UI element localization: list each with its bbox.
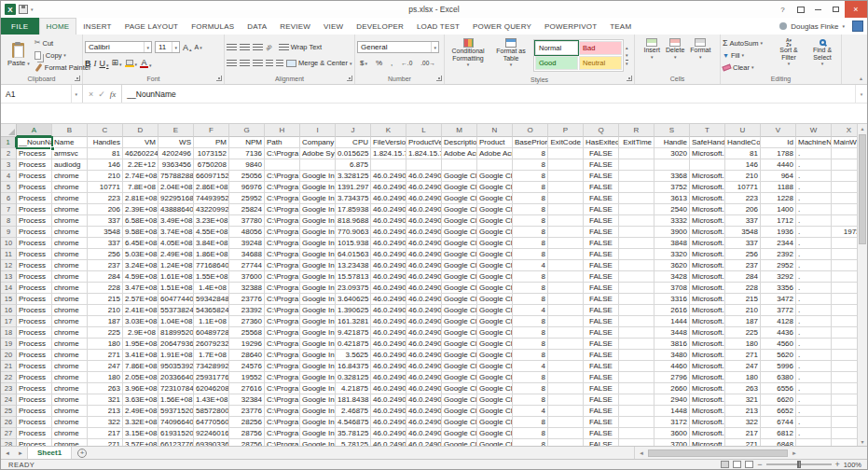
- cell-D10[interactable]: 6.45E+08: [123, 238, 158, 249]
- cell-B6[interactable]: chrome: [52, 193, 88, 204]
- cell-A17[interactable]: Process: [17, 316, 52, 327]
- cell-D15[interactable]: 2.57E+08: [123, 294, 158, 305]
- row-header-9[interactable]: 9: [1, 227, 17, 238]
- cell-D27[interactable]: 3.15E+08: [123, 428, 158, 439]
- cell-M19[interactable]: Google Ch: [442, 339, 477, 350]
- cell-E16[interactable]: 55373824: [158, 305, 194, 316]
- cell-M25[interactable]: Google Ch: [442, 406, 477, 417]
- restore-icon[interactable]: [827, 1, 845, 18]
- cell-Q22[interactable]: FALSE: [584, 372, 619, 383]
- row-header-25[interactable]: 25: [1, 406, 17, 417]
- cell-O3[interactable]: 8: [513, 159, 548, 171]
- cell-A11[interactable]: Process: [17, 249, 52, 260]
- number-dialog-launcher-icon[interactable]: [436, 76, 442, 81]
- cell-N2[interactable]: Adobe Acr: [477, 148, 513, 159]
- cell-J25[interactable]: 2.46875: [336, 406, 371, 417]
- cell-L14[interactable]: 46.0.2490.: [406, 283, 442, 294]
- excel-app-icon[interactable]: X: [5, 4, 16, 15]
- cell-E1[interactable]: WS: [158, 137, 194, 148]
- cell-T17[interactable]: Microsoft.: [690, 316, 725, 327]
- cell-Q25[interactable]: FALSE: [584, 406, 619, 417]
- cell-J17[interactable]: 161.3281: [336, 316, 371, 327]
- cell-A4[interactable]: Process: [17, 171, 52, 182]
- cell-O27[interactable]: 8: [513, 428, 548, 439]
- alignment-dialog-launcher-icon[interactable]: [347, 76, 352, 81]
- cell-E18[interactable]: 81899520: [158, 327, 194, 339]
- cell-L19[interactable]: 46.0.2490.: [406, 339, 442, 350]
- cell-K17[interactable]: 46.0.2490.: [371, 316, 406, 327]
- cell-U10[interactable]: 337: [725, 238, 761, 249]
- cell-A18[interactable]: Process: [17, 327, 52, 339]
- cell-O18[interactable]: 8: [513, 327, 548, 339]
- zoom-level[interactable]: 100%: [844, 461, 861, 469]
- sort-filter-button[interactable]: A▾Z▾ Sort & Filter▾: [772, 36, 806, 74]
- cell-A23[interactable]: Process: [17, 383, 52, 394]
- cell-S11[interactable]: 3320: [654, 249, 690, 260]
- column-header-u[interactable]: U: [725, 124, 761, 137]
- cell-T23[interactable]: Microsoft.: [690, 383, 725, 394]
- cell-G21[interactable]: 24576: [229, 361, 265, 372]
- cell-M24[interactable]: Google Ch: [442, 394, 477, 406]
- cell-U28[interactable]: 271: [725, 439, 761, 446]
- qat-customize-caret-icon[interactable]: ▾: [31, 7, 34, 12]
- cell-K20[interactable]: 46.0.2490.: [371, 350, 406, 361]
- cell-P21[interactable]: [548, 361, 584, 372]
- cell-Q11[interactable]: FALSE: [584, 249, 619, 260]
- cell-P9[interactable]: [548, 227, 584, 238]
- conditional-formatting-button[interactable]: Conditional Formatting▾: [447, 36, 489, 75]
- cell-K21[interactable]: 46.0.2490.: [371, 361, 406, 372]
- cell-R26[interactable]: [619, 417, 654, 428]
- cell-B2[interactable]: armsvc: [52, 148, 88, 159]
- cell-C19[interactable]: 180: [88, 339, 123, 350]
- cell-S16[interactable]: 2616: [654, 305, 690, 316]
- account-area[interactable]: Douglas Finke ▾: [779, 18, 867, 35]
- cell-V24[interactable]: 6620: [761, 394, 796, 406]
- cell-L17[interactable]: 46.0.2490.: [406, 316, 442, 327]
- increase-indent-icon[interactable]: [276, 60, 283, 66]
- delete-button[interactable]: Delete▾: [665, 36, 685, 74]
- cell-J16[interactable]: 1.390625: [336, 305, 371, 316]
- cell-B16[interactable]: chrome: [52, 305, 88, 316]
- cell-P23[interactable]: [548, 383, 584, 394]
- cell-B26[interactable]: chrome: [52, 417, 88, 428]
- cell-G8[interactable]: 37780: [229, 215, 265, 227]
- cell-F11[interactable]: 1.86E+08: [194, 249, 229, 260]
- cell-H12[interactable]: C:\Progra: [265, 260, 300, 271]
- cell-T3[interactable]: [690, 159, 725, 171]
- cell-K18[interactable]: 46.0.2490.: [371, 327, 406, 339]
- cell-E4[interactable]: 75788288: [158, 171, 194, 182]
- cell-U11[interactable]: 256: [725, 249, 761, 260]
- ribbon-tab-view[interactable]: VIEW: [317, 18, 350, 35]
- cell-F4[interactable]: 66097152: [194, 171, 229, 182]
- cell-G5[interactable]: 96976: [229, 182, 265, 193]
- cell-B10[interactable]: chrome: [52, 238, 88, 249]
- cell-C1[interactable]: Handles: [88, 137, 123, 148]
- cell-J24[interactable]: 181.8438: [336, 394, 371, 406]
- cell-S21[interactable]: 4460: [654, 361, 690, 372]
- cell-B13[interactable]: chrome: [52, 271, 88, 283]
- cell-M10[interactable]: Google Ch: [442, 238, 477, 249]
- accounting-format-button[interactable]: $▾: [357, 57, 370, 69]
- cell-Q2[interactable]: FALSE: [584, 148, 619, 159]
- cell-H6[interactable]: C:\Progra: [265, 193, 300, 204]
- cell-N22[interactable]: Google Ch: [477, 372, 513, 383]
- cell-W22[interactable]: .: [796, 372, 832, 383]
- column-header-f[interactable]: F: [194, 124, 229, 137]
- cell-K8[interactable]: 46.0.2490.: [371, 215, 406, 227]
- cell-D14[interactable]: 3.47E+08: [123, 283, 158, 294]
- cell-P8[interactable]: [548, 215, 584, 227]
- cell-G23[interactable]: 27616: [229, 383, 265, 394]
- cell-style-normal[interactable]: Normal: [535, 41, 578, 55]
- cell-B3[interactable]: audiodg: [52, 159, 88, 171]
- cell-N19[interactable]: Google Ch: [477, 339, 513, 350]
- cell-A1[interactable]: __NounName: [17, 137, 52, 148]
- cell-N21[interactable]: Google Ch: [477, 361, 513, 372]
- cell-W24[interactable]: .: [796, 394, 832, 406]
- row-header-15[interactable]: 15: [1, 294, 17, 305]
- cell-W21[interactable]: .: [796, 361, 832, 372]
- column-header-c[interactable]: C: [88, 124, 123, 137]
- cell-M6[interactable]: Google Ch: [442, 193, 477, 204]
- column-header-w[interactable]: W: [796, 124, 832, 137]
- cell-G14[interactable]: 32388: [229, 283, 265, 294]
- cell-V2[interactable]: 1788: [761, 148, 796, 159]
